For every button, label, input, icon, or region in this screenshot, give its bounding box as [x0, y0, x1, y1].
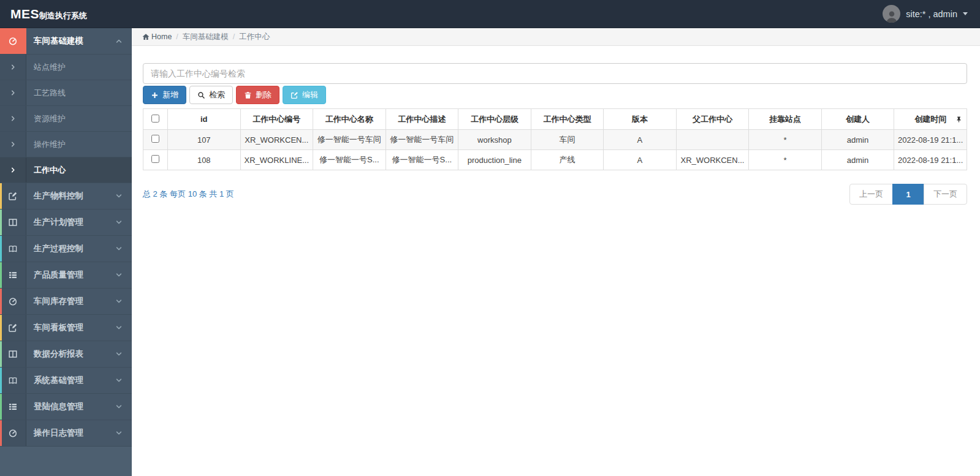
pagination-summary: 总 2 条 每页 10 条 共 1 页 [143, 189, 234, 200]
sidebar-item-4[interactable]: 生产过程控制 [0, 236, 132, 262]
breadcrumb-home[interactable]: Home [142, 32, 172, 41]
sidebar-item-label: 系统基础管理 [26, 375, 115, 386]
chevron-right-icon [0, 132, 26, 157]
table-cell: 2022-08-19 21:1... [894, 150, 967, 170]
accent-bar [0, 183, 2, 209]
table-cell: A [604, 130, 677, 150]
table-cell: * [749, 150, 822, 170]
table-cell: XR_WORKCEN... [676, 150, 749, 170]
content-panel: 新增 检索 删除 编辑 id工作中心编号工作中心名称工作中心描述工作中心层级工作… [132, 46, 980, 205]
table-cell: admin [821, 150, 894, 170]
chevron-down-icon [115, 245, 123, 252]
column-header: 工作中心描述 [386, 109, 458, 130]
row-checkbox[interactable] [151, 155, 159, 163]
sidebar-subitem-label: 工作中心 [26, 165, 66, 176]
book-icon [0, 236, 26, 262]
sidebar-subitem-1-4[interactable]: 操作维护 [0, 132, 132, 157]
sidebar-item-2[interactable]: 生产物料控制 [0, 183, 132, 210]
sidebar-subitem-1-5[interactable]: 工作中心 [0, 157, 132, 183]
brand-subtitle: 制造执行系统 [39, 10, 87, 21]
topbar: MES制造执行系统 site:* , admin [0, 0, 980, 28]
user-avatar [883, 5, 900, 23]
sidebar-item-label: 登陆信息管理 [26, 401, 115, 412]
sidebar: 车间基础建模站点维护工艺路线资源维护操作维护工作中心生产物料控制生产计划管理生产… [0, 28, 132, 476]
breadcrumb-item-current: 工作中心 [239, 32, 270, 42]
prev-page-button[interactable]: 上一页 [849, 184, 893, 205]
select-all-checkbox[interactable] [151, 115, 159, 123]
sidebar-item-3[interactable]: 生产计划管理 [0, 210, 132, 236]
pencil-square-icon [0, 183, 26, 209]
table-cell: * [749, 130, 822, 150]
column-header: 挂靠站点 [749, 109, 822, 130]
chevron-down-icon [115, 403, 123, 410]
book-icon [0, 368, 26, 393]
row-checkbox[interactable] [151, 135, 159, 143]
chevron-down-icon [115, 271, 123, 279]
edit-button[interactable]: 编辑 [283, 86, 326, 104]
app-logo: MES制造执行系统 [0, 7, 87, 21]
sidebar-item-8[interactable]: 数据分析报表 [0, 341, 132, 368]
sidebar-item-7[interactable]: 车间看板管理 [0, 315, 132, 341]
pencil-square-icon [0, 315, 26, 341]
column-header: 工作中心类型 [531, 109, 604, 130]
sidebar-item-5[interactable]: 产品质量管理 [0, 262, 132, 289]
chevron-down-icon [115, 298, 123, 305]
gauge-icon [0, 420, 26, 446]
accent-bar [0, 394, 2, 420]
breadcrumb-separator: / [233, 32, 235, 41]
search-icon [197, 91, 205, 99]
sidebar-item-label: 生产过程控制 [26, 243, 115, 254]
sidebar-item-label: 生产计划管理 [26, 217, 115, 228]
table-cell: 修一智能一号车间 [386, 130, 458, 150]
sidebar-subitem-1-3[interactable]: 资源维护 [0, 106, 132, 132]
table-cell: 107 [168, 130, 241, 150]
table-header-row: id工作中心编号工作中心名称工作中心描述工作中心层级工作中心类型版本父工作中心挂… [143, 109, 967, 130]
toolbar: 新增 检索 删除 编辑 [143, 86, 967, 104]
accent-bar [0, 341, 2, 367]
search-input[interactable] [143, 63, 967, 84]
sidebar-menu: 车间基础建模站点维护工艺路线资源维护操作维护工作中心生产物料控制生产计划管理生产… [0, 28, 132, 447]
breadcrumb-home-label: Home [151, 32, 172, 41]
chevron-down-icon [115, 429, 123, 437]
select-all-header [143, 109, 168, 130]
current-page-button[interactable]: 1 [892, 184, 924, 205]
sidebar-subitem-label: 工艺路线 [26, 88, 66, 99]
accent-bar [0, 368, 2, 393]
sidebar-subitem-1-1[interactable]: 站点维护 [0, 55, 132, 80]
table-row[interactable]: 108XR_WORKLINE...修一智能一号S...修一智能一号S...pro… [143, 150, 967, 170]
sidebar-item-11[interactable]: 操作日志管理 [0, 420, 132, 447]
table-cell: production_line [458, 150, 531, 170]
accent-bar [0, 236, 2, 262]
sidebar-subitem-1-2[interactable]: 工艺路线 [0, 80, 132, 106]
home-icon [142, 33, 150, 40]
column-header: id [168, 109, 241, 130]
pager: 上一页 1 下一页 [849, 184, 967, 205]
table-cell: workshop [458, 130, 531, 150]
delete-button[interactable]: 删除 [236, 86, 279, 104]
user-dropdown[interactable]: site:* , admin [883, 5, 980, 23]
sidebar-item-label: 生产物料控制 [26, 191, 115, 202]
sidebar-item-label: 产品质量管理 [26, 270, 115, 281]
user-label: site:* , admin [906, 9, 957, 19]
search-button[interactable]: 检索 [189, 86, 233, 104]
sidebar-item-10[interactable]: 登陆信息管理 [0, 394, 132, 420]
accent-bar [0, 315, 2, 341]
add-button[interactable]: 新增 [143, 86, 186, 104]
next-page-button[interactable]: 下一页 [924, 184, 967, 205]
table-cell: 修一智能一号S... [313, 150, 386, 170]
brand-mes: MES [10, 7, 39, 21]
chevron-down-icon [115, 324, 123, 331]
chevron-down-icon [115, 192, 123, 200]
sidebar-item-6[interactable]: 车间库存管理 [0, 289, 132, 315]
main-area: Home / 车间基础建模 / 工作中心 新增 检索 删除 编辑 [132, 28, 980, 476]
sidebar-item-1[interactable]: 车间基础建模 [0, 28, 132, 55]
sidebar-item-9[interactable]: 系统基础管理 [0, 368, 132, 394]
table-cell: admin [821, 130, 894, 150]
sidebar-subitem-label: 站点维护 [26, 62, 66, 73]
breadcrumb-item-module: 车间基础建模 [183, 32, 229, 42]
workcenter-table: id工作中心编号工作中心名称工作中心描述工作中心层级工作中心类型版本父工作中心挂… [143, 108, 967, 170]
accent-bar [0, 289, 2, 314]
pin-icon[interactable] [955, 116, 962, 123]
table-cell: 产线 [531, 150, 604, 170]
table-row[interactable]: 107XR_WORKCEN...修一智能一号车间修一智能一号车间workshop… [143, 130, 967, 150]
